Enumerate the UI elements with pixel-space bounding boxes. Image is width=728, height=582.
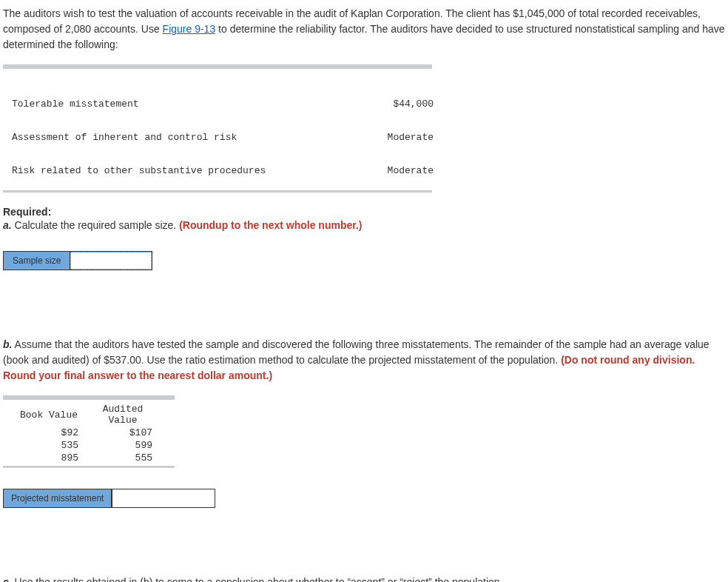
part-a-prompt: a. Calculate the required sample size. (… <box>3 218 725 233</box>
part-a-text: Calculate the required sample size. <box>12 219 179 231</box>
intro-paragraph: The auditors wish to test the valuation … <box>3 6 725 53</box>
figure-link[interactable]: Figure 9-13 <box>163 23 216 35</box>
projected-misstatement-input[interactable] <box>112 489 215 507</box>
cell-book: 535 <box>12 439 86 452</box>
given-data-block: Tolerable misstatement $44,000 Assessmen… <box>3 76 725 187</box>
table-header-book: Book Value <box>12 403 86 427</box>
cell-audited: $107 <box>86 427 160 439</box>
given-label: Assessment of inherent and control risk <box>3 132 360 143</box>
given-value: Moderate <box>360 132 434 143</box>
part-c-text: Use the results obtained in (b) to come … <box>12 576 503 582</box>
sample-size-input[interactable] <box>70 252 152 270</box>
part-c-letter: c. <box>3 576 12 582</box>
cell-audited: 555 <box>86 452 160 464</box>
given-value: Moderate <box>360 165 434 176</box>
given-row: Tolerable misstatement $44,000 <box>3 98 725 110</box>
part-a-hint: (Roundup to the next whole number.) <box>179 219 362 231</box>
part-b-letter: b. <box>3 338 12 350</box>
misstatement-table: Book Value AuditedValue $92 $107 535 599… <box>12 403 160 464</box>
projected-misstatement-label: Projected misstatement <box>4 489 112 507</box>
given-row: Risk related to other substantive proced… <box>3 165 725 176</box>
table-row: 895 555 <box>12 452 160 464</box>
given-row: Assessment of inherent and control risk … <box>3 132 725 143</box>
part-c-prompt: c. Use the results obtained in (b) to co… <box>3 575 725 582</box>
part-a-letter: a. <box>3 219 12 231</box>
given-value: $44,000 <box>360 98 434 110</box>
required-heading: Required: <box>3 206 725 218</box>
cell-book: 895 <box>12 452 86 464</box>
given-label: Tolerable misstatement <box>3 98 360 110</box>
divider-bar <box>3 64 432 69</box>
cell-book: $92 <box>12 427 86 439</box>
part-b-prompt: b. Assume that the auditors have tested … <box>3 337 725 384</box>
table-row: 535 599 <box>12 439 160 452</box>
sample-size-label: Sample size <box>4 252 70 270</box>
table-header-audited: AuditedValue <box>86 403 160 427</box>
cell-audited: 599 <box>86 439 160 452</box>
projected-misstatement-answer-box: Projected misstatement <box>3 489 215 508</box>
sample-size-answer-box: Sample size <box>3 251 152 270</box>
given-label: Risk related to other substantive proced… <box>3 165 360 176</box>
table-row: $92 $107 <box>12 427 160 439</box>
divider-bar <box>3 395 175 400</box>
